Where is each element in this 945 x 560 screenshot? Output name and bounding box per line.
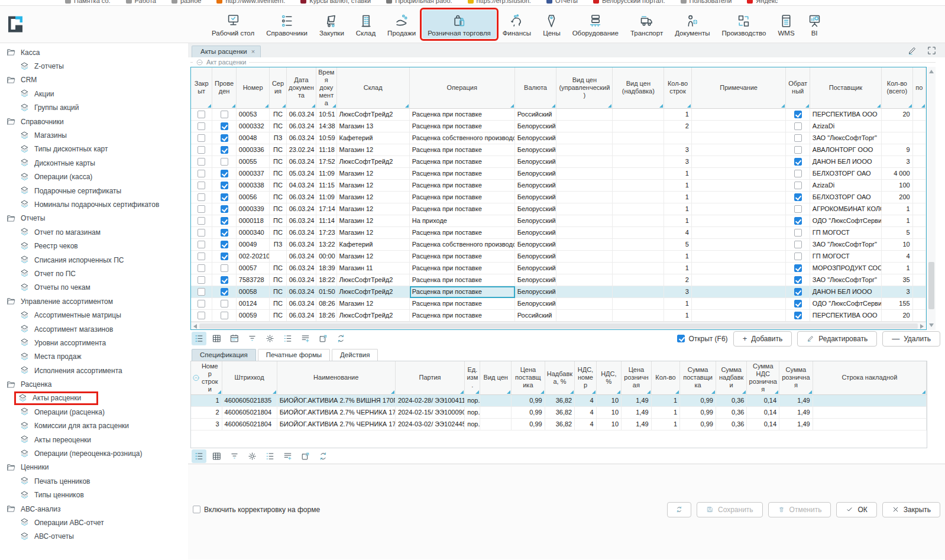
cell-date[interactable]: 06.03.24 bbox=[287, 227, 317, 239]
cell-supplier[interactable]: АВАЛОНТОРГ ООО bbox=[810, 144, 882, 156]
cell-reverse[interactable] bbox=[786, 132, 810, 144]
column-header[interactable]: Дата документа bbox=[287, 67, 317, 109]
cell-currency[interactable]: Белорусский bbox=[515, 192, 557, 203]
table-row[interactable]: 0000332ПС06.03.2414:38Магазин 13Расценка… bbox=[191, 121, 926, 132]
cell-qty_total[interactable]: 1 bbox=[882, 263, 913, 274]
cell-extra[interactable] bbox=[913, 274, 926, 286]
cell-reverse[interactable] bbox=[786, 263, 810, 274]
cell-qty_total[interactable]: 9 bbox=[882, 144, 913, 156]
cell-reverse[interactable] bbox=[786, 168, 810, 180]
cell-retail_price[interactable]: 1,49 bbox=[622, 395, 652, 407]
cell-supplier[interactable]: ДАНОН БЕЛ ИООО bbox=[810, 156, 882, 168]
enable-adjustment-checkbox[interactable]: Включить корректировку на форме bbox=[193, 506, 320, 514]
cell-lines[interactable]: 4 bbox=[664, 227, 691, 239]
cell-markup_pct[interactable]: 36,82 bbox=[545, 419, 575, 430]
column-header[interactable]: Вид цен (надбавка) bbox=[613, 67, 664, 109]
export-toolbar-button[interactable] bbox=[298, 449, 313, 463]
column-header[interactable]: Строка накладной bbox=[813, 361, 927, 395]
cell-price_type[interactable] bbox=[480, 395, 512, 407]
table-row[interactable]: 00057ПС06.03.2418:39Магазин 11Расценка п… bbox=[191, 263, 926, 274]
cell-invoice_line[interactable] bbox=[813, 419, 927, 430]
cell-date[interactable]: 04.03.24 bbox=[287, 180, 317, 192]
cell-markup_pct[interactable]: 36,82 bbox=[545, 407, 575, 419]
add-row-toolbar-button[interactable] bbox=[298, 332, 313, 345]
checkbox[interactable] bbox=[221, 288, 228, 296]
cell-reverse[interactable] bbox=[786, 274, 810, 286]
cell-lines[interactable]: 1 bbox=[664, 298, 691, 310]
checkbox[interactable] bbox=[221, 253, 228, 260]
cell-price_markup[interactable] bbox=[613, 132, 664, 144]
cell-series[interactable]: ПС bbox=[270, 310, 286, 322]
cell-price_mgmt[interactable] bbox=[556, 215, 613, 227]
cell-price_type[interactable] bbox=[480, 407, 512, 419]
cell-closed[interactable] bbox=[191, 251, 212, 263]
module-button-transport-truck[interactable]: Транспорт bbox=[625, 10, 668, 38]
column-header[interactable]: Обратный bbox=[786, 67, 810, 109]
cell-warehouse[interactable]: Кафетерий bbox=[337, 132, 410, 144]
cell-warehouse[interactable]: Магазин 12 bbox=[337, 144, 410, 156]
cell-lines[interactable]: 2 bbox=[664, 121, 691, 132]
cell-posted[interactable] bbox=[212, 286, 236, 298]
cell-closed[interactable] bbox=[191, 168, 212, 180]
cell-closed[interactable] bbox=[191, 144, 212, 156]
column-header[interactable]: НДС, % bbox=[597, 361, 622, 395]
cell-lines[interactable]: 3 bbox=[664, 144, 691, 156]
cell-date[interactable]: 06.03.24 bbox=[287, 298, 317, 310]
numbered-list-toolbar-button[interactable] bbox=[263, 449, 277, 463]
cell-reverse[interactable] bbox=[786, 180, 810, 192]
table-row[interactable]: 00055ПС06.03.2417:52ЛюксСофтТрейд2Расцен… bbox=[191, 156, 926, 168]
table-row[interactable]: 00048ПЗ06.03.2410:59КафетерийРасценка со… bbox=[191, 132, 926, 144]
table-row[interactable]: 0000118ПС06.03.2411:14Магазин 12На прихо… bbox=[191, 215, 926, 227]
cell-reverse[interactable] bbox=[786, 298, 810, 310]
table-row[interactable]: 0000340ПС06.03.2417:23Магазин 12Расценка… bbox=[191, 227, 926, 239]
cell-note[interactable] bbox=[692, 203, 787, 215]
cell-date[interactable]: 06.03.24 bbox=[287, 132, 317, 144]
tree-item[interactable]: Уровни ассортимента bbox=[0, 336, 188, 349]
cell-time[interactable]: 18:26 bbox=[316, 310, 336, 322]
checkbox[interactable] bbox=[198, 253, 205, 260]
cell-operation[interactable]: Расценка при поставке bbox=[410, 156, 515, 168]
cell-currency[interactable]: Белорусский bbox=[515, 239, 557, 251]
cell-lines[interactable]: 1 bbox=[664, 310, 691, 322]
cell-time[interactable]: 00:00 bbox=[316, 251, 336, 263]
tree-folder[interactable]: Управление ассортиментом bbox=[0, 294, 188, 308]
tree-item[interactable]: Отчет по ПС bbox=[0, 267, 188, 280]
module-button-documents-person[interactable]: Документы bbox=[669, 10, 715, 38]
cell-operation[interactable]: Расценка собственного производства bbox=[410, 132, 515, 144]
cell-posted[interactable] bbox=[212, 298, 236, 310]
cell-date[interactable]: 06.03.24 bbox=[287, 192, 317, 203]
cell-warehouse[interactable]: ЛюксСофтТрейд2 bbox=[337, 286, 410, 298]
cell-vat_num[interactable]: 4 bbox=[575, 407, 596, 419]
cell-currency[interactable]: Белорусский bbox=[515, 121, 557, 132]
cell-reverse[interactable] bbox=[786, 286, 810, 298]
cell-date[interactable]: 23.02.24 bbox=[287, 144, 317, 156]
add-button[interactable]: + Добавить bbox=[733, 331, 792, 347]
tree-item[interactable]: Акты переоценки bbox=[0, 433, 188, 446]
cell-price_markup[interactable] bbox=[613, 180, 664, 192]
column-header[interactable]: Штрихкод bbox=[222, 361, 277, 395]
tree-item[interactable]: Списания испорченных ПС bbox=[0, 253, 188, 267]
cell-note[interactable] bbox=[692, 251, 787, 263]
cell-date[interactable]: 06.03.24 bbox=[287, 239, 317, 251]
checkbox[interactable] bbox=[198, 312, 205, 319]
checkbox[interactable] bbox=[198, 288, 205, 296]
cell-price_mgmt[interactable] bbox=[556, 286, 613, 298]
checkbox[interactable] bbox=[198, 122, 205, 130]
cell-line[interactable]: 2 bbox=[191, 407, 222, 419]
cell-supplier_sum[interactable]: 0,99 bbox=[680, 419, 716, 430]
cell-extra[interactable] bbox=[913, 168, 926, 180]
cell-supplier[interactable]: ЗАО "ЛюксСофтТорг" bbox=[810, 132, 882, 144]
checkbox[interactable] bbox=[794, 170, 802, 177]
cell-price_markup[interactable] bbox=[613, 215, 664, 227]
cell-retail_price[interactable]: 1,49 bbox=[622, 407, 652, 419]
cell-note[interactable] bbox=[692, 144, 787, 156]
cell-reverse[interactable] bbox=[786, 227, 810, 239]
tree-folder[interactable]: Отчеты bbox=[0, 212, 188, 225]
cell-warehouse[interactable]: ЛюксСофтТрейд2 bbox=[337, 310, 410, 322]
cell-closed[interactable] bbox=[191, 180, 212, 192]
tree-folder[interactable]: Расценка bbox=[0, 377, 188, 391]
cell-note[interactable] bbox=[692, 227, 787, 239]
cell-series[interactable]: ПС bbox=[270, 203, 286, 215]
cell-time[interactable]: 11:09 bbox=[316, 168, 336, 180]
cell-qty_total[interactable]: 20 bbox=[882, 109, 913, 121]
